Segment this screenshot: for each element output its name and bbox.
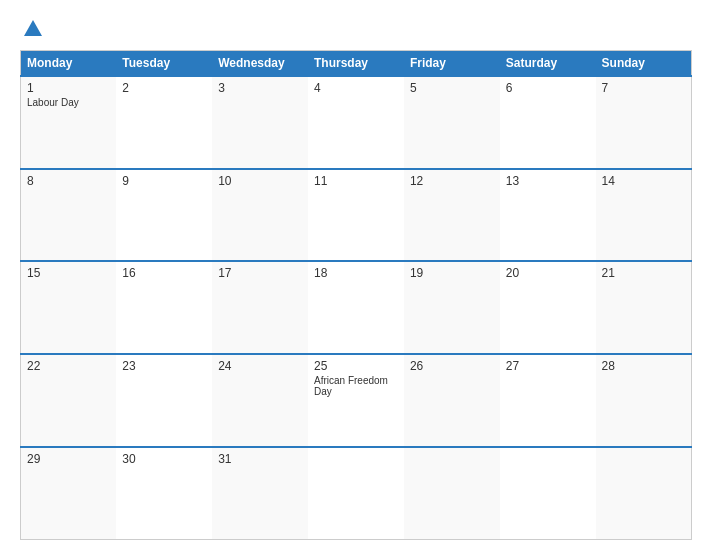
- day-number: 14: [602, 174, 685, 188]
- calendar-week-row: 891011121314: [21, 169, 692, 262]
- calendar-week-row: 293031: [21, 447, 692, 540]
- table-row: 1Labour Day: [21, 76, 117, 169]
- header-sunday: Sunday: [596, 51, 692, 77]
- day-number: 26: [410, 359, 494, 373]
- table-row: 16: [116, 261, 212, 354]
- day-number: 4: [314, 81, 398, 95]
- table-row: 26: [404, 354, 500, 447]
- table-row: 2: [116, 76, 212, 169]
- day-number: 25: [314, 359, 398, 373]
- table-row: 20: [500, 261, 596, 354]
- table-row: 15: [21, 261, 117, 354]
- calendar-week-row: 1Labour Day234567: [21, 76, 692, 169]
- day-number: 2: [122, 81, 206, 95]
- day-number: 29: [27, 452, 110, 466]
- table-row: 28: [596, 354, 692, 447]
- table-row: 3: [212, 76, 308, 169]
- holiday-label: Labour Day: [27, 97, 110, 108]
- table-row: 17: [212, 261, 308, 354]
- table-row: 5: [404, 76, 500, 169]
- table-row: 11: [308, 169, 404, 262]
- table-row: 31: [212, 447, 308, 540]
- table-row: 25African Freedom Day: [308, 354, 404, 447]
- header: [20, 18, 692, 40]
- table-row: 24: [212, 354, 308, 447]
- table-row: [596, 447, 692, 540]
- table-row: 13: [500, 169, 596, 262]
- day-number: 12: [410, 174, 494, 188]
- table-row: 12: [404, 169, 500, 262]
- table-row: 4: [308, 76, 404, 169]
- table-row: 22: [21, 354, 117, 447]
- calendar-table: Monday Tuesday Wednesday Thursday Friday…: [20, 50, 692, 540]
- day-number: 7: [602, 81, 685, 95]
- day-number: 18: [314, 266, 398, 280]
- table-row: 14: [596, 169, 692, 262]
- logo: [20, 18, 44, 40]
- table-row: 19: [404, 261, 500, 354]
- table-row: 8: [21, 169, 117, 262]
- table-row: 23: [116, 354, 212, 447]
- day-number: 15: [27, 266, 110, 280]
- day-number: 30: [122, 452, 206, 466]
- day-number: 9: [122, 174, 206, 188]
- table-row: [404, 447, 500, 540]
- day-number: 13: [506, 174, 590, 188]
- day-number: 19: [410, 266, 494, 280]
- calendar-page: Monday Tuesday Wednesday Thursday Friday…: [0, 0, 712, 550]
- day-number: 3: [218, 81, 302, 95]
- header-tuesday: Tuesday: [116, 51, 212, 77]
- table-row: 6: [500, 76, 596, 169]
- table-row: 21: [596, 261, 692, 354]
- day-number: 11: [314, 174, 398, 188]
- table-row: [500, 447, 596, 540]
- day-number: 21: [602, 266, 685, 280]
- table-row: 29: [21, 447, 117, 540]
- logo-icon: [22, 18, 44, 40]
- table-row: 10: [212, 169, 308, 262]
- day-number: 16: [122, 266, 206, 280]
- svg-marker-0: [24, 20, 42, 36]
- day-number: 24: [218, 359, 302, 373]
- header-friday: Friday: [404, 51, 500, 77]
- day-number: 6: [506, 81, 590, 95]
- holiday-label: African Freedom Day: [314, 375, 398, 397]
- day-number: 28: [602, 359, 685, 373]
- table-row: 9: [116, 169, 212, 262]
- header-thursday: Thursday: [308, 51, 404, 77]
- day-number: 27: [506, 359, 590, 373]
- table-row: 30: [116, 447, 212, 540]
- day-number: 31: [218, 452, 302, 466]
- header-wednesday: Wednesday: [212, 51, 308, 77]
- weekday-header-row: Monday Tuesday Wednesday Thursday Friday…: [21, 51, 692, 77]
- day-number: 20: [506, 266, 590, 280]
- day-number: 8: [27, 174, 110, 188]
- table-row: [308, 447, 404, 540]
- table-row: 27: [500, 354, 596, 447]
- table-row: 18: [308, 261, 404, 354]
- day-number: 5: [410, 81, 494, 95]
- calendar-week-row: 15161718192021: [21, 261, 692, 354]
- day-number: 23: [122, 359, 206, 373]
- header-monday: Monday: [21, 51, 117, 77]
- calendar-week-row: 22232425African Freedom Day262728: [21, 354, 692, 447]
- header-saturday: Saturday: [500, 51, 596, 77]
- table-row: 7: [596, 76, 692, 169]
- day-number: 1: [27, 81, 110, 95]
- day-number: 22: [27, 359, 110, 373]
- day-number: 10: [218, 174, 302, 188]
- day-number: 17: [218, 266, 302, 280]
